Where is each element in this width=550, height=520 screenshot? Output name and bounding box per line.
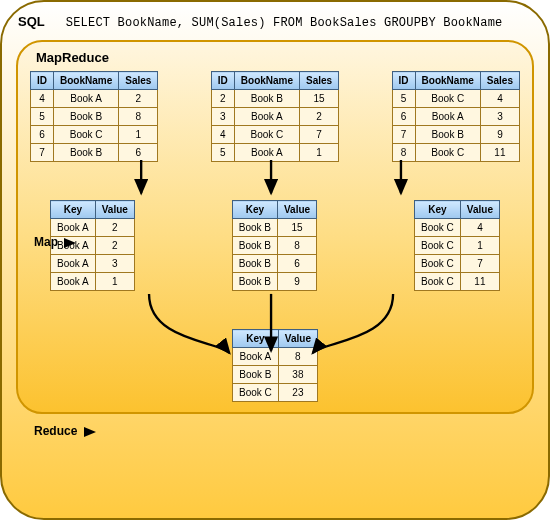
cell: Book B — [233, 366, 279, 384]
col-header: ID — [392, 72, 415, 90]
cell: 5 — [31, 108, 54, 126]
table-row: Book B8 — [232, 237, 316, 255]
cell: 1 — [460, 237, 499, 255]
cell: 9 — [278, 273, 317, 291]
cell: Book A — [234, 108, 299, 126]
cell: 7 — [300, 126, 339, 144]
table-row: Book C7 — [415, 255, 500, 273]
col-header: Sales — [480, 72, 519, 90]
cell: Book B — [234, 90, 299, 108]
map-stage-label: Map — [34, 235, 76, 249]
table-row: 5Book A1 — [211, 144, 338, 162]
sql-query: SELECT BookName, SUM(Sales) FROM BookSal… — [66, 16, 503, 30]
reduce-stage-label: Reduce — [34, 424, 96, 438]
sql-label: SQL — [18, 14, 45, 29]
cell: 4 — [211, 126, 234, 144]
arrow-right-icon — [64, 238, 76, 248]
cell: 6 — [392, 108, 415, 126]
input-table-3: IDBookNameSales5Book C46Book A37Book B98… — [392, 71, 520, 162]
cell: 1 — [300, 144, 339, 162]
col-header: Key — [51, 201, 96, 219]
table-row: Book B9 — [232, 273, 316, 291]
table-row: Book C4 — [415, 219, 500, 237]
cell: Book C — [233, 384, 279, 402]
cell: 2 — [211, 90, 234, 108]
cell: Book A — [51, 219, 96, 237]
table-row: Book C1 — [415, 237, 500, 255]
table-row: 7Book B6 — [31, 144, 158, 162]
table-row: Book A2 — [51, 219, 135, 237]
cell: Book C — [415, 237, 461, 255]
mapreduce-label: MapReduce — [36, 50, 520, 65]
cell: 3 — [480, 108, 519, 126]
table-row: Book A8 — [233, 348, 318, 366]
cell: Book C — [415, 255, 461, 273]
cell: Book C — [54, 126, 119, 144]
table-row: 6Book A3 — [392, 108, 519, 126]
cell: 2 — [95, 219, 134, 237]
col-header: Key — [232, 201, 277, 219]
table-row: Book B38 — [233, 366, 318, 384]
col-header: Value — [278, 330, 317, 348]
table-row: Book C11 — [415, 273, 500, 291]
cell: 7 — [392, 126, 415, 144]
cell: 1 — [95, 273, 134, 291]
col-header: Sales — [300, 72, 339, 90]
cell: 4 — [460, 219, 499, 237]
cell: Book A — [233, 348, 279, 366]
table-row: Book B6 — [232, 255, 316, 273]
cell: 5 — [211, 144, 234, 162]
cell: Book B — [54, 144, 119, 162]
table-row: 7Book B9 — [392, 126, 519, 144]
col-header: Sales — [119, 72, 158, 90]
table-row: 3Book A2 — [211, 108, 338, 126]
cell: 38 — [278, 366, 317, 384]
cell: 3 — [211, 108, 234, 126]
cell: 23 — [278, 384, 317, 402]
sql-row: SQL SELECT BookName, SUM(Sales) FROM Boo… — [18, 14, 532, 30]
cell: 11 — [480, 144, 519, 162]
cell: 6 — [31, 126, 54, 144]
cell: 6 — [119, 144, 158, 162]
col-header: Key — [415, 201, 461, 219]
cell: Book C — [415, 90, 480, 108]
cell: Book B — [54, 108, 119, 126]
cell: Book C — [415, 144, 480, 162]
table-row: 6Book C1 — [31, 126, 158, 144]
col-header: BookName — [54, 72, 119, 90]
cell: 8 — [278, 237, 317, 255]
cell: Book A — [51, 273, 96, 291]
table-row: 5Book B8 — [31, 108, 158, 126]
table-row: 4Book A2 — [31, 90, 158, 108]
input-table-2: IDBookNameSales2Book B153Book A24Book C7… — [211, 71, 339, 162]
mapreduce-panel: MapReduce IDBookNameSales4Book A25Book B… — [16, 40, 534, 414]
cell: 2 — [95, 237, 134, 255]
table-row: Book A1 — [51, 273, 135, 291]
cell: 1 — [119, 126, 158, 144]
diagram-container: SQL SELECT BookName, SUM(Sales) FROM Boo… — [0, 0, 550, 520]
col-header: Value — [95, 201, 134, 219]
arrow-right-icon — [84, 427, 96, 437]
cell: 8 — [392, 144, 415, 162]
map-tables-row: KeyValueBook A2Book A2Book A3Book A1KeyV… — [30, 200, 520, 291]
table-row: 8Book C11 — [392, 144, 519, 162]
cell: Book B — [232, 237, 277, 255]
cell: Book B — [232, 255, 277, 273]
cell: Book B — [415, 126, 480, 144]
col-header: BookName — [415, 72, 480, 90]
cell: Book C — [415, 219, 461, 237]
col-header: BookName — [234, 72, 299, 90]
cell: 8 — [119, 108, 158, 126]
cell: Book C — [415, 273, 461, 291]
cell: 7 — [31, 144, 54, 162]
table-row: 4Book C7 — [211, 126, 338, 144]
cell: Book B — [232, 219, 277, 237]
map-table-2: KeyValueBook B15Book B8Book B6Book B9 — [232, 200, 317, 291]
col-header: ID — [31, 72, 54, 90]
cell: 5 — [392, 90, 415, 108]
col-header: Value — [460, 201, 499, 219]
cell: Book A — [234, 144, 299, 162]
cell: 4 — [31, 90, 54, 108]
table-row: Book B15 — [232, 219, 316, 237]
input-tables-row: IDBookNameSales4Book A25Book B86Book C17… — [30, 71, 520, 162]
